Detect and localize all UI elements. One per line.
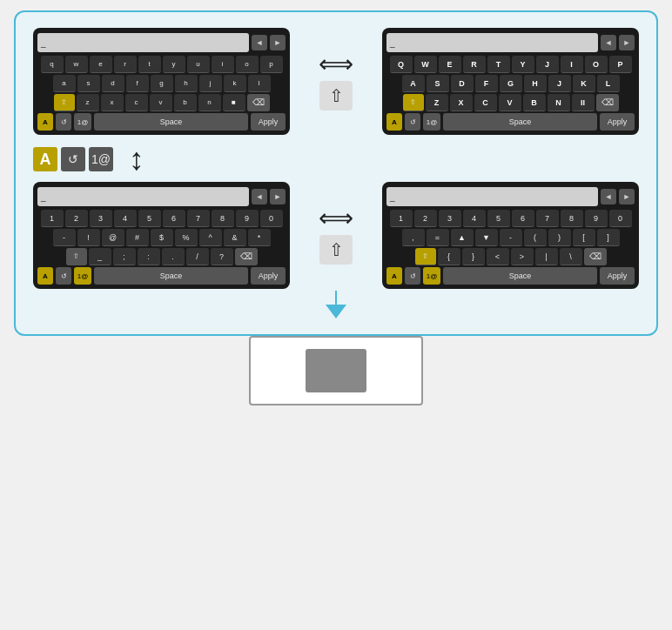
key-8[interactable]: 8 xyxy=(212,210,234,227)
backspace-bl[interactable]: ⌫ xyxy=(235,248,258,265)
input-field-br[interactable]: _ xyxy=(386,187,598,206)
key-I[interactable]: I xyxy=(561,56,583,73)
key-F[interactable]: F xyxy=(475,75,498,92)
key-d[interactable]: d xyxy=(102,75,124,92)
key-dash-br[interactable]: - xyxy=(500,229,522,246)
key-L[interactable]: L xyxy=(597,75,620,92)
key-l[interactable]: l xyxy=(248,75,271,92)
key-slash[interactable]: / xyxy=(186,248,209,265)
key-J[interactable]: J xyxy=(548,75,571,92)
shift-key-bl[interactable]: ⇧ xyxy=(66,248,87,265)
input-field-bl[interactable]: _ xyxy=(37,187,249,206)
nav-right-tl[interactable]: ► xyxy=(270,35,286,50)
key-t[interactable]: t xyxy=(138,56,161,73)
key-x[interactable]: x xyxy=(101,94,124,111)
key-Z[interactable]: Z xyxy=(426,94,448,111)
shift-key-br[interactable]: ⇧ xyxy=(415,248,436,265)
btn-space-bl[interactable]: Space xyxy=(94,267,248,285)
key-g[interactable]: g xyxy=(151,75,173,92)
key-v[interactable]: v xyxy=(150,94,172,111)
nav-left-tr[interactable]: ◄ xyxy=(601,35,616,50)
backspace-tl[interactable]: ⌫ xyxy=(247,94,270,111)
key-s[interactable]: s xyxy=(77,75,100,92)
btn-num-tr[interactable]: 1@ xyxy=(423,113,440,131)
key-o[interactable]: o xyxy=(236,56,259,73)
key-semicolon[interactable]: ; xyxy=(113,248,136,265)
key-rc-br[interactable]: } xyxy=(462,248,485,265)
key-question[interactable]: ? xyxy=(211,248,233,265)
btn-apply-tl[interactable]: Apply xyxy=(251,113,286,131)
key-amp[interactable]: & xyxy=(224,229,246,246)
key-X[interactable]: X xyxy=(450,94,473,111)
key-r[interactable]: r xyxy=(114,56,137,73)
key-c[interactable]: c xyxy=(125,94,148,111)
key-Y[interactable]: Y xyxy=(512,56,534,73)
key-D[interactable]: D xyxy=(451,75,474,92)
key-7-br[interactable]: 7 xyxy=(536,210,559,227)
key-y[interactable]: y xyxy=(163,56,185,73)
key-0-br[interactable]: 0 xyxy=(609,210,632,227)
btn-cycle-tl[interactable]: ↺ xyxy=(56,113,71,131)
key-W[interactable]: W xyxy=(414,56,437,73)
key-O[interactable]: O xyxy=(585,56,608,73)
key-6[interactable]: 6 xyxy=(163,210,185,227)
btn-num-tl[interactable]: 1@ xyxy=(74,113,91,131)
btn-abc-bl[interactable]: A xyxy=(37,267,53,285)
key-u[interactable]: u xyxy=(187,56,210,73)
key-k[interactable]: k xyxy=(224,75,246,92)
key-q[interactable]: q xyxy=(41,56,64,73)
key-at[interactable]: @ xyxy=(102,229,124,246)
key-2[interactable]: 2 xyxy=(65,210,88,227)
key-pipe-br[interactable]: | xyxy=(535,248,558,265)
key-comma-br[interactable]: , xyxy=(402,229,425,246)
btn-num-br[interactable]: 1@ xyxy=(423,267,440,285)
key-5-br[interactable]: 5 xyxy=(487,210,510,227)
key-6-br[interactable]: 6 xyxy=(512,210,534,227)
input-field-tl[interactable]: _ xyxy=(37,33,249,52)
key-e[interactable]: e xyxy=(90,56,112,73)
key-J2[interactable]: J xyxy=(536,56,559,73)
nav-left-tl[interactable]: ◄ xyxy=(252,35,267,50)
nav-left-br[interactable]: ◄ xyxy=(601,189,616,204)
nav-left-bl[interactable]: ◄ xyxy=(252,189,267,204)
key-II[interactable]: II xyxy=(572,94,595,111)
key-lt-br[interactable]: < xyxy=(487,248,509,265)
btn-abc-tr[interactable]: A xyxy=(386,113,402,131)
key-dn-br[interactable]: ▼ xyxy=(475,229,498,246)
key-4-br[interactable]: 4 xyxy=(463,210,486,227)
key-1[interactable]: 1 xyxy=(41,210,64,227)
key-T[interactable]: T xyxy=(487,56,510,73)
btn-apply-tr[interactable]: Apply xyxy=(600,113,635,131)
key-lc-br[interactable]: { xyxy=(438,248,460,265)
key-i[interactable]: i xyxy=(212,56,234,73)
key-0[interactable]: 0 xyxy=(260,210,283,227)
key-S[interactable]: S xyxy=(427,75,449,92)
key-C[interactable]: C xyxy=(474,94,497,111)
btn-abc-br[interactable]: A xyxy=(386,267,402,285)
nav-right-tr[interactable]: ► xyxy=(619,35,635,50)
key-square[interactable]: ■ xyxy=(223,94,245,111)
key-1-br[interactable]: 1 xyxy=(390,210,413,227)
key-a[interactable]: a xyxy=(53,75,76,92)
key-up-br[interactable]: ▲ xyxy=(451,229,474,246)
btn-space-tr[interactable]: Space xyxy=(443,113,597,131)
backspace-tr[interactable]: ⌫ xyxy=(596,94,619,111)
key-B[interactable]: B xyxy=(523,94,546,111)
key-dot[interactable]: . xyxy=(162,248,185,265)
key-3-br[interactable]: 3 xyxy=(439,210,461,227)
btn-apply-br[interactable]: Apply xyxy=(600,267,635,285)
key-excl[interactable]: ! xyxy=(77,229,100,246)
key-9[interactable]: 9 xyxy=(236,210,259,227)
key-rb-br[interactable]: ] xyxy=(597,229,620,246)
key-E[interactable]: E xyxy=(439,56,461,73)
key-N[interactable]: N xyxy=(548,94,570,111)
key-V[interactable]: V xyxy=(499,94,521,111)
key-9-br[interactable]: 9 xyxy=(585,210,608,227)
nav-right-br[interactable]: ► xyxy=(619,189,635,204)
key-K[interactable]: K xyxy=(573,75,595,92)
key-z[interactable]: z xyxy=(77,94,99,111)
key-hash[interactable]: # xyxy=(126,229,149,246)
nav-right-bl[interactable]: ► xyxy=(270,189,286,204)
input-field-tr[interactable]: _ xyxy=(386,33,598,52)
key-5[interactable]: 5 xyxy=(138,210,161,227)
